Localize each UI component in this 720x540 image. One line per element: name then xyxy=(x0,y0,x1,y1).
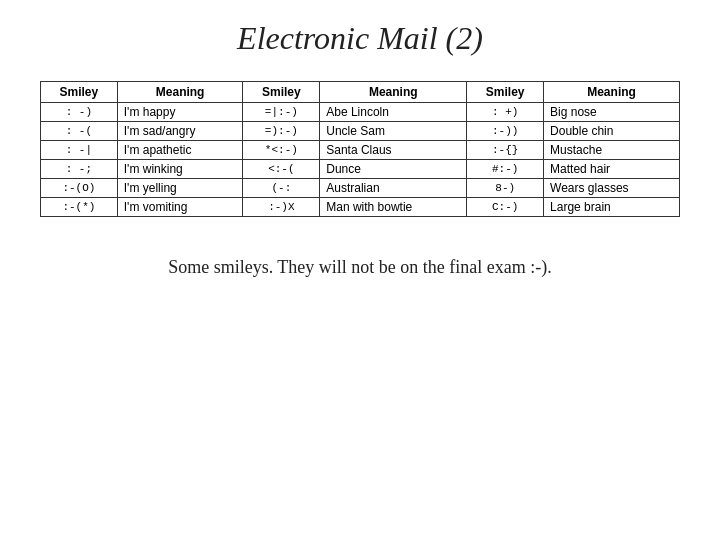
cell-r2-c4: :-{} xyxy=(467,141,544,160)
table-row: : -)I'm happy=|:-)Abe Lincoln: +)Big nos… xyxy=(41,103,680,122)
cell-r4-c0: :-(O) xyxy=(41,179,118,198)
table-row: : -|I'm apathetic*<:-)Santa Claus:-{}Mus… xyxy=(41,141,680,160)
cell-r3-c3: Dunce xyxy=(320,160,467,179)
cell-r2-c5: Mustache xyxy=(544,141,680,160)
smiley-table: SmileyMeaningSmileyMeaningSmileyMeaning … xyxy=(40,81,680,217)
cell-r1-c0: : -( xyxy=(41,122,118,141)
cell-r0-c0: : -) xyxy=(41,103,118,122)
cell-r0-c2: =|:-) xyxy=(243,103,320,122)
cell-r0-c1: I'm happy xyxy=(117,103,243,122)
col-header-3: Meaning xyxy=(320,82,467,103)
cell-r3-c1: I'm winking xyxy=(117,160,243,179)
cell-r5-c1: I'm vomiting xyxy=(117,198,243,217)
cell-r1-c2: =):-) xyxy=(243,122,320,141)
cell-r3-c2: <:-( xyxy=(243,160,320,179)
cell-r2-c2: *<:-) xyxy=(243,141,320,160)
col-header-5: Meaning xyxy=(544,82,680,103)
cell-r1-c4: :-)) xyxy=(467,122,544,141)
cell-r3-c4: #:-) xyxy=(467,160,544,179)
cell-r5-c3: Man with bowtie xyxy=(320,198,467,217)
table-row: : -;I'm winking<:-(Dunce#:-)Matted hair xyxy=(41,160,680,179)
cell-r3-c5: Matted hair xyxy=(544,160,680,179)
cell-r0-c3: Abe Lincoln xyxy=(320,103,467,122)
cell-r1-c3: Uncle Sam xyxy=(320,122,467,141)
table-row: :-(O)I'm yelling(-:Australian8-)Wears gl… xyxy=(41,179,680,198)
cell-r4-c1: I'm yelling xyxy=(117,179,243,198)
col-header-0: Smiley xyxy=(41,82,118,103)
col-header-2: Smiley xyxy=(243,82,320,103)
cell-r5-c5: Large brain xyxy=(544,198,680,217)
footer-text: Some smileys. They will not be on the fi… xyxy=(168,257,552,278)
cell-r1-c5: Double chin xyxy=(544,122,680,141)
cell-r2-c1: I'm apathetic xyxy=(117,141,243,160)
cell-r4-c4: 8-) xyxy=(467,179,544,198)
cell-r2-c0: : -| xyxy=(41,141,118,160)
cell-r5-c0: :-(*) xyxy=(41,198,118,217)
cell-r4-c3: Australian xyxy=(320,179,467,198)
cell-r0-c4: : +) xyxy=(467,103,544,122)
cell-r3-c0: : -; xyxy=(41,160,118,179)
cell-r4-c5: Wears glasses xyxy=(544,179,680,198)
cell-r5-c2: :-)X xyxy=(243,198,320,217)
col-header-4: Smiley xyxy=(467,82,544,103)
cell-r0-c5: Big nose xyxy=(544,103,680,122)
table-row: :-(*)I'm vomiting:-)XMan with bowtieC:-)… xyxy=(41,198,680,217)
table-row: : -(I'm sad/angry=):-)Uncle Sam:-))Doubl… xyxy=(41,122,680,141)
cell-r1-c1: I'm sad/angry xyxy=(117,122,243,141)
page: Electronic Mail (2) SmileyMeaningSmileyM… xyxy=(0,0,720,540)
cell-r2-c3: Santa Claus xyxy=(320,141,467,160)
col-header-1: Meaning xyxy=(117,82,243,103)
smiley-table-wrapper: SmileyMeaningSmileyMeaningSmileyMeaning … xyxy=(40,81,680,217)
page-title: Electronic Mail (2) xyxy=(237,20,483,57)
cell-r4-c2: (-: xyxy=(243,179,320,198)
cell-r5-c4: C:-) xyxy=(467,198,544,217)
